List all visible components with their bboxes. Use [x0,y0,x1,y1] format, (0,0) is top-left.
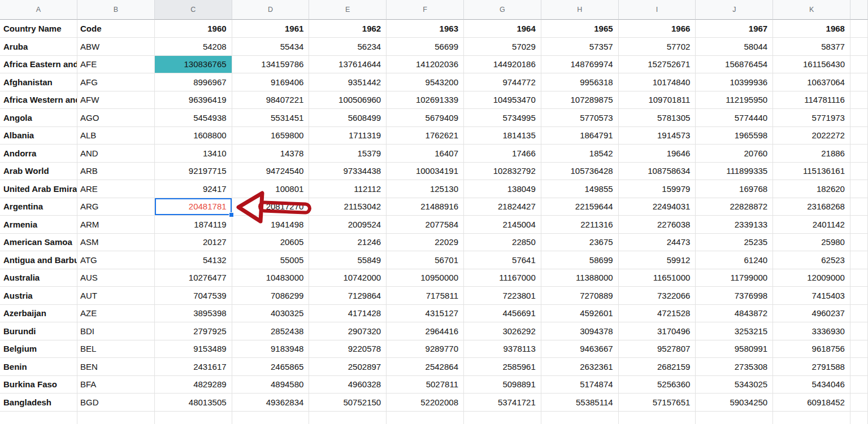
cell-value[interactable]: 10483000 [232,269,310,287]
cell-value[interactable]: 3170496 [619,322,696,340]
cell-country[interactable]: Bangladesh [0,394,77,412]
cell-value[interactable]: 57641 [464,251,541,269]
cell-value[interactable]: 9351442 [309,73,387,91]
cell-value[interactable]: 54208 [155,38,232,56]
column-header-partial[interactable] [850,0,868,20]
column-header-G[interactable]: G [464,0,541,20]
cell-empty[interactable] [850,20,868,38]
cell-value[interactable]: 134159786 [232,56,310,74]
cell-value[interactable]: 21824427 [464,198,541,216]
cell-value[interactable]: 12009000 [773,269,850,287]
cell-empty[interactable] [387,412,464,424]
cell-value[interactable]: 7376998 [696,287,773,305]
cell-value[interactable]: 2542864 [387,358,464,376]
cell-value[interactable]: 9169406 [232,73,310,91]
cell-value[interactable]: 2852438 [232,322,310,340]
cell-value[interactable]: 7415403 [773,287,850,305]
cell-code[interactable]: ALB [77,127,155,145]
cell-value[interactable]: 2431617 [155,358,232,376]
cell-value[interactable]: 21488916 [387,198,464,216]
cell-code[interactable]: BFA [77,376,155,394]
cell-country[interactable]: Belgium [0,340,77,359]
cell-value[interactable]: 2276038 [619,216,696,234]
cell-empty[interactable] [232,412,310,424]
cell-value[interactable]: 107289875 [541,91,619,110]
cell-value[interactable]: 62523 [773,251,850,269]
cell-value[interactable]: 22159644 [541,198,619,216]
fill-handle[interactable] [229,212,234,217]
cell-country[interactable]: United Arab Emirates [0,180,77,198]
cell-value[interactable]: 54132 [155,251,232,269]
column-header-K[interactable]: K [773,0,850,20]
cell-value[interactable]: 5027811 [387,376,464,394]
cell-value[interactable]: 2735308 [696,358,773,376]
cell-country[interactable]: Angola [0,109,77,127]
cell-value[interactable]: 5454938 [155,109,232,127]
cell-value[interactable]: 4456691 [464,305,541,323]
cell-value[interactable]: 5781305 [619,109,696,127]
cell-value[interactable]: 109701811 [619,91,696,110]
cell-value[interactable]: 59034250 [696,394,773,412]
cell-value[interactable]: 3253215 [696,322,773,340]
cell-empty[interactable] [850,163,868,181]
cell-country[interactable]: Azerbaijan [0,305,77,323]
cell-value[interactable]: 61240 [696,251,773,269]
cell-value[interactable]: 11388000 [541,269,619,287]
cell-value[interactable]: 10950000 [387,269,464,287]
cell-value[interactable]: 1965598 [696,127,773,145]
cell-code[interactable]: AUT [77,287,155,305]
cell-code[interactable]: ATG [77,251,155,269]
cell-code[interactable]: AGO [77,109,155,127]
cell-value[interactable]: 20605 [232,234,310,252]
cell-code[interactable]: AUS [77,269,155,287]
header-year-1968[interactable]: 1968 [773,20,850,38]
cell-value[interactable]: 9378113 [464,340,541,359]
cell-value[interactable]: 9580991 [696,340,773,359]
cell-value[interactable]: 112112 [309,180,387,198]
cell-empty[interactable] [0,412,77,424]
cell-empty[interactable] [850,340,868,359]
cell-empty[interactable] [773,412,850,424]
cell-value[interactable]: 4960328 [309,376,387,394]
cell-value[interactable]: 55005 [232,251,310,269]
cell-value[interactable]: 182620 [773,180,850,198]
cell-value[interactable]: 19646 [619,145,696,163]
cell-value[interactable]: 100506960 [309,91,387,110]
cell-value[interactable]: 21886 [773,145,850,163]
cell-value[interactable]: 4829289 [155,376,232,394]
cell-country[interactable]: American Samoa [0,234,77,252]
cell-value[interactable]: 4894580 [232,376,310,394]
cell-value[interactable]: 58699 [541,251,619,269]
cell-empty[interactable] [850,305,868,323]
cell-value[interactable]: 57029 [464,38,541,56]
cell-value[interactable]: 25980 [773,234,850,252]
cell-value[interactable]: 92197715 [155,163,232,181]
cell-empty[interactable] [850,180,868,198]
cell-value[interactable]: 7270889 [541,287,619,305]
cell-code[interactable]: BEN [77,358,155,376]
cell-value[interactable]: 22850 [464,234,541,252]
cell-value[interactable]: 9543200 [387,73,464,91]
cell-country[interactable]: Afghanistan [0,73,77,91]
cell-value[interactable]: 3336930 [773,322,850,340]
cell-value[interactable]: 1914573 [619,127,696,145]
cell-value[interactable]: 3895398 [155,305,232,323]
cell-value[interactable]: 4960237 [773,305,850,323]
column-header-B[interactable]: B [77,0,155,20]
cell-value[interactable]: 1711319 [309,127,387,145]
cell-value[interactable]: 5256360 [619,376,696,394]
cell-value[interactable]: 11651000 [619,269,696,287]
cell-value[interactable]: 9956318 [541,73,619,91]
cell-value[interactable]: 3094378 [541,322,619,340]
header-year-1963[interactable]: 1963 [387,20,464,38]
cell-value[interactable]: 5608499 [309,109,387,127]
cell-value[interactable]: 125130 [387,180,464,198]
cell-value[interactable]: 100801 [232,180,310,198]
cell-value[interactable]: 9463667 [541,340,619,359]
cell-country[interactable]: Benin [0,358,77,376]
cell-empty[interactable] [850,358,868,376]
cell-empty[interactable] [850,145,868,163]
cell-value[interactable]: 10742000 [309,269,387,287]
cell-empty[interactable] [696,412,773,424]
cell-value[interactable]: 2907320 [309,322,387,340]
